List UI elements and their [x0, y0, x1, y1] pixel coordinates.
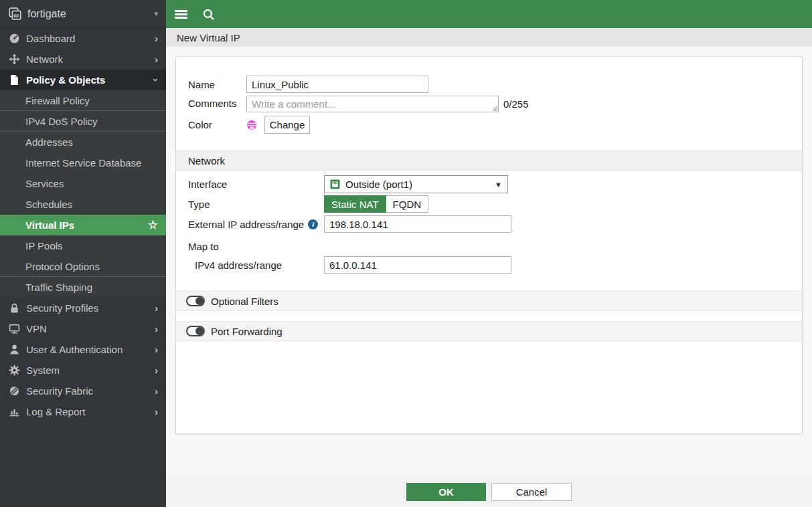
ipv4-label: IPv4 address/range — [188, 260, 324, 271]
search-icon[interactable] — [202, 8, 215, 21]
port-forwarding-label: Port Forwarding — [211, 326, 282, 337]
port-forwarding-section[interactable]: Port Forwarding — [176, 321, 802, 341]
ethernet-port-icon — [330, 179, 340, 189]
comments-row: Comments 0/255 — [188, 96, 802, 112]
sidebar-item-user-authentication[interactable]: User & Authentication › — [0, 339, 166, 360]
chevron-down-icon: ▼ — [495, 181, 502, 189]
policy-document-icon — [9, 74, 20, 86]
vip-color-swatch-icon[interactable] — [246, 120, 257, 130]
chevron-right-icon: › — [155, 54, 158, 65]
sidebar-item-vpn[interactable]: VPN › — [0, 318, 166, 339]
ipv4-row: IPv4 address/range — [188, 256, 802, 274]
sidebar-item-firewall-policy[interactable]: Firewall Policy — [0, 90, 166, 111]
chevron-right-icon: › — [155, 302, 158, 314]
sidebar: fortigate ▾ Dashboard › Network › Policy… — [0, 0, 166, 507]
cancel-button[interactable]: Cancel — [491, 483, 572, 501]
type-segmented-control: Static NAT FQDN — [324, 195, 428, 213]
sidebar-item-log-report[interactable]: Log & Report › — [0, 401, 166, 422]
chevron-right-icon: › — [155, 33, 158, 44]
chevron-down-icon: ▾ — [154, 9, 158, 18]
network-arrows-icon — [9, 54, 20, 65]
sidebar-item-addresses[interactable]: Addresses — [0, 132, 166, 153]
virtual-ip-form: Name Comments 0/255 Color Change — [175, 56, 803, 434]
color-change-button[interactable]: Change — [264, 116, 310, 134]
type-option-fqdn[interactable]: FQDN — [386, 195, 429, 213]
page-title: New Virtual IP — [177, 32, 240, 43]
sidebar-item-security-profiles[interactable]: Security Profiles › — [0, 298, 166, 318]
port-forwarding-toggle[interactable] — [186, 326, 205, 336]
external-ip-label: External IP address/range — [188, 219, 304, 230]
sidebar-item-traffic-shaping[interactable]: Traffic Shaping — [0, 277, 166, 298]
sidebar-item-internet-service-database[interactable]: Internet Service Database — [0, 153, 166, 173]
type-row: Type Static NAT FQDN — [188, 195, 802, 213]
name-row: Name — [188, 57, 802, 93]
monitor-icon — [9, 323, 20, 334]
sidebar-item-ip-pools[interactable]: IP Pools — [0, 235, 166, 256]
chevron-right-icon: › — [155, 385, 158, 397]
ok-button[interactable]: OK — [406, 483, 486, 501]
external-ip-input[interactable] — [324, 215, 511, 233]
type-option-static-nat[interactable]: Static NAT — [324, 195, 386, 213]
name-input[interactable] — [246, 76, 428, 93]
external-ip-row: External IP address/range i — [188, 215, 802, 233]
comments-textarea[interactable] — [246, 96, 499, 112]
interface-row: Interface Outside (port1) ▼ — [188, 175, 802, 193]
network-section-header: Network — [176, 150, 802, 171]
fortigate-logo-icon — [9, 7, 21, 20]
sidebar-item-schedules[interactable]: Schedules — [0, 194, 166, 215]
breadcrumb: New Virtual IP — [166, 28, 812, 47]
chevron-right-icon: › — [155, 344, 158, 355]
type-label: Type — [188, 199, 324, 210]
user-icon — [9, 344, 20, 355]
hamburger-menu-icon[interactable] — [175, 10, 187, 19]
bar-chart-icon — [9, 406, 20, 417]
interface-dropdown[interactable]: Outside (port1) ▼ — [324, 175, 508, 193]
chevron-right-icon: › — [155, 406, 158, 417]
security-fabric-icon — [9, 385, 20, 397]
interface-selected-value: Outside (port1) — [345, 179, 489, 190]
color-row: Color Change — [188, 116, 802, 134]
chevron-right-icon: › — [155, 323, 158, 334]
comments-char-counter: 0/255 — [503, 98, 529, 110]
sidebar-item-system[interactable]: System › — [0, 360, 166, 381]
comments-label: Comments — [188, 98, 246, 109]
gear-icon — [9, 365, 20, 376]
form-footer: OK Cancel — [166, 477, 812, 507]
content-area: Name Comments 0/255 Color Change — [166, 47, 812, 507]
optional-filters-toggle[interactable] — [186, 296, 205, 306]
sidebar-item-services[interactable]: Services — [0, 173, 166, 194]
dashboard-gauge-icon — [9, 33, 20, 44]
interface-label: Interface — [188, 179, 324, 190]
map-to-label: Map to — [188, 241, 324, 252]
optional-filters-section[interactable]: Optional Filters — [176, 291, 802, 311]
ipv4-input[interactable] — [324, 256, 511, 274]
sidebar-item-virtual-ips[interactable]: Virtual IPs ☆ — [0, 215, 166, 235]
sidebar-item-policy-objects[interactable]: Policy & Objects › — [0, 70, 166, 90]
sidebar-item-ipv4-dos-policy[interactable]: IPv4 DoS Policy — [0, 111, 166, 132]
lock-icon — [9, 302, 20, 314]
sidebar-item-protocol-options[interactable]: Protocol Options — [0, 256, 166, 277]
brand-name: fortigate — [27, 8, 154, 20]
chevron-right-icon: › — [155, 365, 158, 376]
name-label: Name — [188, 79, 246, 90]
sidebar-item-network[interactable]: Network › — [0, 49, 166, 70]
favorite-star-icon[interactable]: ☆ — [148, 219, 158, 231]
sidebar-item-security-fabric[interactable]: Security Fabric › — [0, 381, 166, 401]
optional-filters-label: Optional Filters — [211, 296, 278, 307]
vdom-selector[interactable]: fortigate ▾ — [0, 0, 166, 28]
chevron-down-icon: › — [151, 78, 162, 82]
top-bar — [166, 0, 812, 28]
color-label: Color — [188, 119, 246, 130]
info-icon[interactable]: i — [308, 219, 318, 229]
sidebar-item-dashboard[interactable]: Dashboard › — [0, 28, 166, 49]
map-to-row: Map to — [188, 241, 802, 252]
